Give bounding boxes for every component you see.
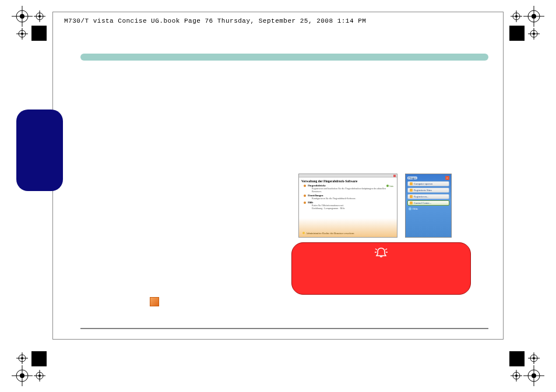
register-icon (410, 195, 413, 198)
biomenu-item-label: Registrieren... (414, 195, 428, 198)
svg-rect-17 (509, 26, 525, 41)
biomenu-title: Finger (407, 176, 417, 179)
cc-item-desc: Konfigurieren Sie die Fingerabdruck-Soft… (312, 197, 395, 200)
window-heading: Verwaltung der Fingerabdruck-Software (301, 179, 395, 183)
svg-rect-30 (31, 351, 47, 366)
biomenu-screenshot: Finger × Computer sperren Registrierte S… (405, 174, 452, 238)
cropmark-bottom-left (12, 351, 47, 386)
bullet-icon (304, 185, 306, 187)
lock-icon (410, 182, 413, 185)
warning-panel (291, 242, 471, 295)
svg-rect-43 (509, 351, 525, 366)
admin-extend-link: Administrative Rechte für Benutzer erwei… (302, 232, 354, 235)
cropmark-top-right (509, 6, 544, 41)
biomenu-titlebar: Finger × (407, 176, 449, 180)
biomenu-item-sites: Registrierte Sites (407, 188, 449, 193)
cc-item-settings: Einstellungen Konfigurieren Sie die Fing… (304, 194, 395, 200)
taskbar-icon (150, 297, 159, 306)
section-header-bar (80, 54, 488, 61)
biomenu-item-controlcenter: Control Center... (407, 200, 449, 206)
cc-sub-item: Lernprogramm (324, 207, 338, 210)
chapter-tab (16, 110, 63, 191)
cc-sub-list: Einführung · Lernprogramm · Hilfe (312, 207, 395, 210)
biomenu-item-label: Computer sperren (414, 182, 432, 185)
sites-icon (410, 189, 413, 192)
bullet-icon (304, 202, 306, 204)
cc-item-desc: Registrieren und bearbeiten Sie die Fing… (312, 187, 395, 193)
control-center-screenshot: Verwaltung der Fingerabdruck-Software In… (298, 174, 397, 238)
biomenu-item-help: Hilfe (409, 207, 448, 210)
svg-line-53 (385, 249, 387, 250)
close-icon: × (445, 176, 449, 180)
biomenu-help-label: Hilfe (413, 207, 418, 210)
info-badge: Info (386, 185, 393, 188)
footer-rule (80, 328, 488, 329)
biomenu-item-label: Registrierte Sites (414, 189, 432, 192)
help-icon (409, 207, 411, 210)
bullet-icon (304, 195, 306, 197)
cc-sub-item: Hilfe (340, 207, 344, 210)
svg-line-52 (375, 249, 377, 250)
window-titlebar (299, 174, 397, 178)
cc-item-help: Hilfe Rufen Sie Hilfeinformationen auf. … (304, 201, 395, 210)
cropmark-top-left (12, 6, 47, 41)
controlcenter-icon (410, 202, 413, 204)
cropmark-bottom-right (509, 351, 544, 386)
biomenu-item-label: Control Center... (414, 202, 431, 204)
cc-item-fingerprints: Fingerabdrücke Registrieren und bearbeit… (304, 184, 395, 193)
biomenu-item-lock: Computer sperren (407, 181, 449, 186)
alarm-icon (374, 246, 388, 260)
cc-sub-item: Einführung (312, 207, 322, 210)
svg-rect-4 (31, 26, 47, 41)
biomenu-item-register: Registrieren... (407, 194, 449, 199)
